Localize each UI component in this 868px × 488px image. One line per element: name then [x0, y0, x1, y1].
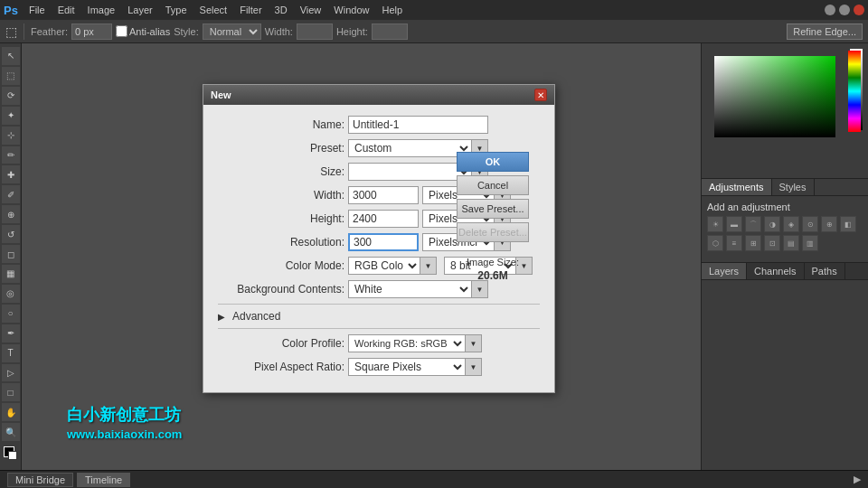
delete-preset-button[interactable]: Delete Preset... — [457, 222, 529, 242]
adj-curves[interactable]: ⌒ — [745, 216, 761, 232]
text-tool[interactable]: T — [2, 344, 20, 362]
menu-select[interactable]: Select — [194, 3, 233, 17]
zoom-tool[interactable]: 🔍 — [2, 423, 20, 441]
tab-mini-bridge[interactable]: Mini Bridge — [7, 473, 73, 487]
color-gradient[interactable] — [714, 56, 835, 137]
hue-slider[interactable] — [848, 51, 861, 132]
tab-adjustments[interactable]: Adjustments — [702, 179, 772, 195]
refine-edge-btn[interactable]: Refine Edge... — [787, 23, 863, 40]
eyedropper-tool[interactable]: ✏ — [2, 146, 20, 164]
tool-icon-marquee[interactable]: ⬚ — [5, 24, 17, 39]
move-tool[interactable]: ↖ — [2, 47, 20, 65]
adj-color-lookup[interactable]: ⊞ — [745, 235, 761, 251]
color-picker-section — [702, 43, 868, 179]
tab-layers[interactable]: Layers — [702, 263, 747, 279]
marquee-tool[interactable]: ⬚ — [2, 67, 20, 85]
adj-posterize[interactable]: ▤ — [783, 235, 799, 251]
menu-view[interactable]: View — [295, 3, 327, 17]
brush-tool[interactable]: ✐ — [2, 185, 20, 203]
bottom-tabs: Mini Bridge Timeline — [7, 473, 130, 487]
ok-button[interactable]: OK — [457, 152, 529, 172]
color-profile-select[interactable]: Working RGB: sRGB IEC61966-2.1 — [348, 334, 466, 352]
minimize-btn[interactable] — [825, 5, 835, 15]
adj-color-balance[interactable]: ⊕ — [821, 216, 837, 232]
save-preset-button[interactable]: Save Preset... — [457, 199, 529, 219]
menu-file[interactable]: File — [24, 3, 51, 17]
tab-timeline[interactable]: Timeline — [77, 473, 130, 487]
adj-exposure[interactable]: ◑ — [764, 216, 780, 232]
shape-tool[interactable]: □ — [2, 383, 20, 401]
close-btn[interactable] — [854, 5, 864, 15]
image-size-value: 20.6M — [457, 269, 529, 282]
advanced-row[interactable]: ▶ Advanced — [218, 310, 540, 323]
menu-filter[interactable]: Filter — [234, 3, 267, 17]
foreground-background-colors[interactable] — [2, 445, 20, 463]
feather-input[interactable] — [71, 23, 112, 40]
adj-photo-filter[interactable]: ⬡ — [707, 235, 723, 251]
clone-tool[interactable]: ⊕ — [2, 205, 20, 223]
name-input[interactable] — [348, 116, 488, 134]
adj-bw[interactable]: ◧ — [840, 216, 856, 232]
adjustments-panel: Add an adjustment ☀ ▬ ⌒ ◑ ◈ ⊙ ⊕ ◧ ⬡ ≡ ⊞ … — [702, 196, 868, 262]
path-tool[interactable]: ▷ — [2, 364, 20, 382]
pen-tool[interactable]: ✒ — [2, 324, 20, 343]
maximize-btn[interactable] — [839, 5, 850, 15]
menu-edit[interactable]: Edit — [52, 3, 80, 17]
width-input[interactable] — [348, 186, 419, 204]
size-select[interactable] — [348, 163, 472, 181]
adj-hsl[interactable]: ⊙ — [802, 216, 818, 232]
menu-image[interactable]: Image — [82, 3, 121, 17]
menu-window[interactable]: Window — [328, 3, 374, 17]
history-tool[interactable]: ↺ — [2, 225, 20, 243]
toolbar-separator-1 — [24, 23, 24, 40]
bg-contents-row: Background Contents: White ▼ — [218, 280, 540, 298]
eraser-tool[interactable]: ◻ — [2, 245, 20, 263]
adj-threshold[interactable]: ▥ — [802, 235, 818, 251]
new-document-dialog: New ✕ Name: Preset: — [203, 84, 555, 393]
gradient-tool[interactable]: ▦ — [2, 265, 20, 283]
lasso-tool[interactable]: ⟳ — [2, 87, 20, 105]
bg-contents-select[interactable]: White — [348, 280, 472, 298]
tab-styles[interactable]: Styles — [772, 179, 815, 195]
pixel-aspect-arrow[interactable]: ▼ — [466, 358, 482, 376]
wand-tool[interactable]: ✦ — [2, 107, 20, 125]
healing-tool[interactable]: ✚ — [2, 165, 20, 183]
color-profile-arrow[interactable]: ▼ — [466, 334, 482, 352]
advanced-triangle-icon: ▶ — [218, 312, 225, 322]
pixel-aspect-select[interactable]: Square Pixels — [348, 358, 466, 376]
tab-paths[interactable]: Paths — [805, 263, 845, 279]
menu-help[interactable]: Help — [376, 3, 408, 17]
adj-channel-mixer[interactable]: ≡ — [726, 235, 742, 251]
width-input[interactable] — [297, 23, 333, 40]
menu-layer[interactable]: Layer — [122, 3, 158, 17]
resolution-input[interactable] — [348, 233, 419, 251]
hand-tool[interactable]: ✋ — [2, 403, 20, 421]
adj-brightness[interactable]: ☀ — [707, 216, 723, 232]
preset-select[interactable]: Custom — [348, 139, 472, 157]
dialog-close-btn[interactable]: ✕ — [534, 89, 547, 101]
anti-alias-checkbox[interactable] — [116, 25, 127, 37]
adj-invert[interactable]: ⊡ — [764, 235, 780, 251]
blur-tool[interactable]: ◎ — [2, 285, 20, 303]
crop-tool[interactable]: ⊹ — [2, 127, 20, 145]
adj-vibrance[interactable]: ◈ — [783, 216, 799, 232]
height-input[interactable] — [348, 210, 419, 228]
color-mode-select[interactable]: RGB Color — [348, 257, 420, 275]
height-input[interactable] — [372, 23, 408, 40]
color-mode-select-wrap: RGB Color ▼ — [348, 257, 437, 275]
style-select[interactable]: Normal — [203, 23, 261, 40]
bg-contents-select-wrap: White ▼ — [348, 280, 488, 298]
tab-channels[interactable]: Channels — [747, 263, 804, 279]
color-mode-arrow[interactable]: ▼ — [420, 257, 437, 275]
panel-collapse-btn[interactable]: ▶ — [854, 474, 861, 485]
layers-panel: Layers Channels Paths — [702, 262, 868, 470]
layers-tabs: Layers Channels Paths — [702, 263, 868, 280]
adj-levels[interactable]: ▬ — [726, 216, 742, 232]
menu-3d[interactable]: 3D — [269, 3, 293, 17]
width-label: Width: — [265, 26, 293, 37]
cancel-button[interactable]: Cancel — [457, 175, 529, 195]
menu-type[interactable]: Type — [160, 3, 193, 17]
name-row: Name: — [218, 116, 540, 134]
bg-contents-arrow[interactable]: ▼ — [472, 280, 488, 298]
dodge-tool[interactable]: ○ — [2, 305, 20, 323]
